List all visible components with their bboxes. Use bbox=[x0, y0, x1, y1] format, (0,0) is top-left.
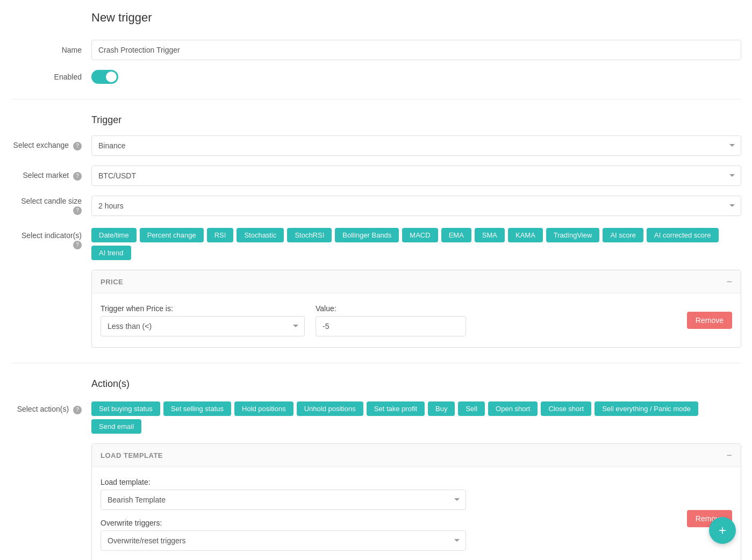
action-set-buying-status[interactable]: Set buying status bbox=[91, 401, 160, 416]
price-collapse-btn[interactable]: − bbox=[726, 277, 732, 286]
candle-select[interactable]: 1 minute 5 minutes 15 minutes 30 minutes… bbox=[91, 196, 741, 216]
trigger-value-input[interactable] bbox=[316, 316, 466, 336]
fab-button[interactable]: + bbox=[709, 517, 736, 544]
indicator-bollinger[interactable]: Bollinger Bands bbox=[335, 228, 399, 242]
fab-icon: + bbox=[719, 523, 726, 538]
overwrite-triggers-label: Overwrite triggers: bbox=[101, 519, 687, 527]
price-remove-button[interactable]: Remove bbox=[687, 312, 732, 329]
load-template-fields: Load template: Bearish Template Bullish … bbox=[101, 478, 687, 559]
price-card-content: Trigger when Price is: Less than (<) Gre… bbox=[101, 304, 732, 336]
action-set-selling-status[interactable]: Set selling status bbox=[163, 401, 231, 416]
exchange-select[interactable]: Binance Kraken Bitfinex Coinbase bbox=[91, 135, 741, 156]
indicator-rsi[interactable]: RSI bbox=[207, 228, 234, 242]
action-sell[interactable]: Sell bbox=[458, 401, 485, 416]
action-send-email[interactable]: Send email bbox=[91, 419, 141, 434]
indicator-ai-corrected-score[interactable]: AI corrected score bbox=[647, 228, 719, 242]
load-template-card: LOAD TEMPLATE − Load template: Bearish T… bbox=[91, 443, 741, 560]
load-template-collapse-btn[interactable]: − bbox=[726, 450, 732, 460]
market-row: Select market ? BTC/USDT ETH/USDT BNB/US… bbox=[11, 166, 741, 186]
indicator-sma[interactable]: SMA bbox=[475, 228, 505, 242]
exchange-label: Select exchange ? bbox=[11, 141, 91, 150]
indicator-tradingview[interactable]: TradingView bbox=[546, 228, 600, 242]
enabled-row: Enabled bbox=[11, 70, 741, 84]
name-input[interactable] bbox=[91, 40, 741, 60]
price-card-body: Trigger when Price is: Less than (<) Gre… bbox=[92, 293, 741, 347]
action-sell-everything[interactable]: Sell everything / Panic mode bbox=[595, 401, 698, 416]
trigger-value-label: Value: bbox=[316, 304, 466, 313]
candle-row: Select candle size ? 1 minute 5 minutes … bbox=[11, 196, 741, 216]
price-card-title: PRICE bbox=[101, 278, 123, 286]
indicators-label: Select indicator(s) ? bbox=[11, 228, 91, 249]
price-fields: Trigger when Price is: Less than (<) Gre… bbox=[101, 304, 466, 336]
actions-label: Select action(s) ? bbox=[11, 401, 91, 414]
market-help-icon[interactable]: ? bbox=[73, 172, 82, 181]
overwrite-triggers-select[interactable]: Overwrite/reset triggers Keep existing t… bbox=[101, 530, 466, 551]
price-card-header: PRICE − bbox=[92, 270, 741, 293]
load-template-label: Load template: bbox=[101, 478, 687, 486]
trigger-value-group: Value: bbox=[316, 304, 466, 336]
enabled-toggle[interactable] bbox=[91, 70, 118, 84]
indicators-help-icon[interactable]: ? bbox=[73, 241, 82, 249]
trigger-section-title: Trigger bbox=[11, 114, 741, 126]
actions-help-icon[interactable]: ? bbox=[73, 406, 82, 414]
toggle-slider bbox=[91, 70, 118, 84]
candle-label: Select candle size ? bbox=[11, 197, 91, 215]
trigger-condition-group: Trigger when Price is: Less than (<) Gre… bbox=[101, 304, 305, 336]
price-card: PRICE − Trigger when Price is: Less than… bbox=[91, 270, 741, 348]
actions-tags: Set buying status Set selling status Hol… bbox=[91, 401, 741, 434]
market-label: Select market ? bbox=[11, 171, 91, 181]
trigger-condition-select[interactable]: Less than (<) Greater than (>) Equal to … bbox=[101, 316, 305, 336]
indicator-stochastic[interactable]: Stochastic bbox=[237, 228, 284, 242]
indicator-percent-change[interactable]: Percent change bbox=[140, 228, 204, 242]
action-set-take-profit[interactable]: Set take profit bbox=[367, 401, 425, 416]
action-hold-positions[interactable]: Hold positions bbox=[234, 401, 293, 416]
indicator-kama[interactable]: KAMA bbox=[508, 228, 543, 242]
indicator-ai-score[interactable]: AI score bbox=[603, 228, 643, 242]
indicators-row: Select indicator(s) ? Date/time Percent … bbox=[11, 226, 741, 260]
actions-section-title: Action(s) bbox=[11, 378, 741, 390]
load-template-card-body: Load template: Bearish Template Bullish … bbox=[92, 467, 741, 560]
indicator-datetime[interactable]: Date/time bbox=[91, 228, 137, 242]
name-row: Name bbox=[11, 40, 741, 60]
candle-help-icon[interactable]: ? bbox=[73, 206, 82, 215]
indicator-stochrsi[interactable]: StochRSI bbox=[287, 228, 332, 242]
indicator-ema[interactable]: EMA bbox=[441, 228, 471, 242]
indicator-ai-trend[interactable]: AI trend bbox=[91, 246, 131, 260]
load-template-select[interactable]: Bearish Template Bullish Template Neutra… bbox=[101, 490, 466, 510]
page-title: New trigger bbox=[11, 11, 741, 25]
indicator-macd[interactable]: MACD bbox=[402, 228, 438, 242]
trigger-condition-label: Trigger when Price is: bbox=[101, 304, 305, 313]
load-template-card-header: LOAD TEMPLATE − bbox=[92, 444, 741, 467]
load-template-content: Load template: Bearish Template Bullish … bbox=[101, 478, 732, 559]
actions-row: Select action(s) ? Set buying status Set… bbox=[11, 399, 741, 434]
exchange-help-icon[interactable]: ? bbox=[73, 142, 82, 150]
enabled-label: Enabled bbox=[11, 73, 91, 81]
name-label: Name bbox=[11, 46, 91, 54]
action-close-short[interactable]: Close short bbox=[541, 401, 591, 416]
load-template-card-title: LOAD TEMPLATE bbox=[101, 451, 163, 460]
load-template-group: Load template: Bearish Template Bullish … bbox=[101, 478, 687, 510]
overwrite-triggers-group: Overwrite triggers: Overwrite/reset trig… bbox=[101, 519, 687, 551]
market-select[interactable]: BTC/USDT ETH/USDT BNB/USDT bbox=[91, 166, 741, 186]
divider-1 bbox=[11, 99, 741, 99]
indicators-tags: Date/time Percent change RSI Stochastic … bbox=[91, 228, 741, 260]
action-open-short[interactable]: Open short bbox=[488, 401, 538, 416]
action-unhold-positions[interactable]: Unhold positions bbox=[297, 401, 363, 416]
exchange-row: Select exchange ? Binance Kraken Bitfine… bbox=[11, 135, 741, 156]
divider-2 bbox=[11, 363, 741, 363]
action-buy[interactable]: Buy bbox=[428, 401, 455, 416]
